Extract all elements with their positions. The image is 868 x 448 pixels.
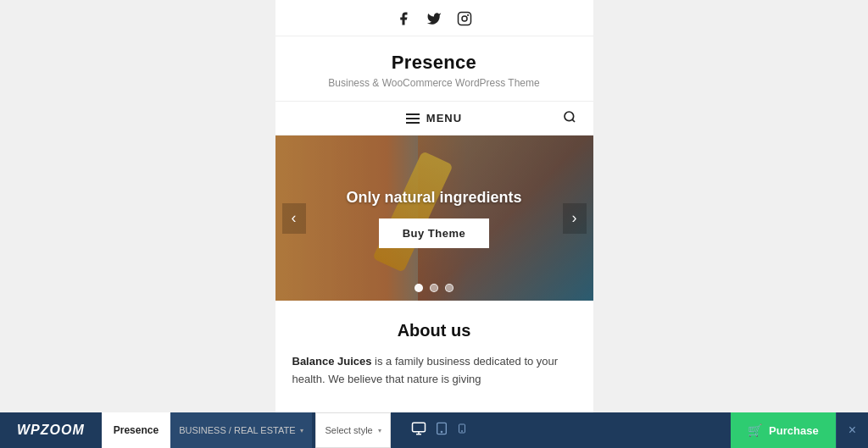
- menu-toggle[interactable]: MENU: [406, 112, 462, 124]
- svg-rect-5: [412, 423, 425, 432]
- about-brand-name: Balance Juices: [292, 355, 372, 368]
- style-dropdown[interactable]: Select style ▾: [315, 412, 390, 448]
- slider-prev-arrow[interactable]: ‹: [282, 203, 306, 234]
- menu-label: MENU: [426, 112, 462, 124]
- about-section: About us Balance Juices is a family busi…: [275, 301, 593, 402]
- style-chevron-icon: ▾: [378, 427, 381, 434]
- nav-bar: MENU: [275, 102, 593, 136]
- facebook-icon[interactable]: [395, 10, 412, 27]
- theme-name-badge: Presence: [102, 412, 170, 448]
- device-icons: [398, 421, 481, 440]
- desktop-device-icon[interactable]: [411, 421, 426, 440]
- left-background: [0, 0, 275, 412]
- mobile-device-icon[interactable]: [457, 421, 467, 440]
- tablet-device-icon[interactable]: [435, 421, 448, 440]
- purchase-icon: 🛒: [748, 423, 762, 437]
- about-title: About us: [292, 321, 576, 340]
- svg-point-9: [441, 431, 442, 432]
- slider-dot-3[interactable]: [445, 284, 453, 292]
- site-subtitle: Business & WooCommerce WordPress Theme: [292, 77, 576, 89]
- purchase-label: Purchase: [769, 424, 819, 437]
- slider-next-arrow[interactable]: ›: [563, 203, 587, 234]
- category-dropdown[interactable]: BUSINESS / REAL ESTATE ▾: [170, 412, 312, 448]
- svg-line-4: [572, 119, 575, 122]
- style-label: Select style: [325, 425, 372, 435]
- slider-dots: [415, 284, 453, 292]
- slider-dot-2[interactable]: [430, 284, 438, 292]
- right-background: [593, 0, 869, 412]
- hero-text: Only natural ingredients: [346, 189, 521, 207]
- wpzoom-logo: WPZOOM: [0, 423, 102, 438]
- hero-slider: Only natural ingredients Buy Theme ‹ ›: [275, 136, 593, 301]
- close-button[interactable]: ×: [836, 412, 868, 448]
- svg-point-3: [565, 112, 574, 121]
- social-bar: [275, 0, 593, 36]
- svg-point-2: [468, 15, 469, 16]
- svg-rect-0: [459, 13, 471, 25]
- hero-overlay: Only natural ingredients Buy Theme: [275, 136, 593, 301]
- instagram-icon[interactable]: [456, 10, 473, 27]
- svg-point-11: [461, 431, 462, 432]
- site-title-area: Presence Business & WooCommerce WordPres…: [275, 36, 593, 102]
- purchase-button[interactable]: 🛒 Purchase: [731, 412, 836, 448]
- close-icon: ×: [849, 423, 856, 438]
- preview-frame: Presence Business & WooCommerce WordPres…: [275, 0, 593, 412]
- hamburger-icon: [406, 113, 420, 124]
- category-chevron-icon: ▾: [300, 427, 303, 434]
- bottom-toolbar: WPZOOM Presence BUSINESS / REAL ESTATE ▾…: [0, 412, 868, 448]
- about-text: Balance Juices is a family business dedi…: [292, 352, 576, 389]
- category-label: BUSINESS / REAL ESTATE: [179, 425, 295, 435]
- site-title: Presence: [292, 52, 576, 74]
- buy-theme-button[interactable]: Buy Theme: [379, 218, 490, 248]
- search-icon[interactable]: [563, 110, 576, 127]
- twitter-icon[interactable]: [426, 10, 442, 27]
- slider-dot-1[interactable]: [415, 284, 423, 292]
- svg-point-1: [462, 16, 467, 21]
